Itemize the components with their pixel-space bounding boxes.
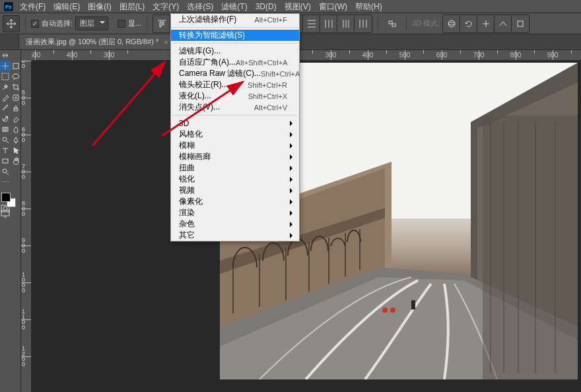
- filter-menu-item[interactable]: 锐化: [171, 174, 299, 185]
- separator: [25, 16, 26, 31]
- history-brush-tool-icon[interactable]: [0, 114, 11, 124]
- autoselect-dropdown[interactable]: 图层: [75, 16, 108, 30]
- svg-point-31: [390, 308, 395, 313]
- eraser-tool-icon[interactable]: [11, 114, 21, 124]
- filter-menu-item-label: 模糊画廊: [179, 151, 211, 162]
- empty: [11, 50, 21, 61]
- ruler-tick-label: 700: [473, 51, 485, 59]
- ruler-tick-label: 400: [67, 51, 78, 59]
- path-select-tool-icon[interactable]: [11, 145, 21, 156]
- filter-menu-item-label: 镜头校正(R)...: [179, 79, 228, 90]
- lasso-tool-icon[interactable]: [11, 71, 21, 82]
- svg-point-3: [448, 20, 455, 27]
- filter-menu-item[interactable]: 模糊画廊: [171, 151, 299, 162]
- filter-menu-item[interactable]: 3D: [171, 117, 299, 129]
- crop-tool-icon[interactable]: [11, 82, 21, 92]
- filter-menu-item-label: 模糊: [179, 140, 195, 151]
- filter-menu-item[interactable]: 视频: [171, 185, 299, 196]
- menu-help[interactable]: 帮助(H): [351, 0, 386, 13]
- menu-select[interactable]: 选择(S): [183, 0, 217, 13]
- menu-type[interactable]: 文字(Y): [149, 0, 183, 13]
- menu-layer[interactable]: 图层(L): [116, 0, 149, 13]
- 3d-mode-group: [442, 15, 530, 33]
- zoom-tool-icon[interactable]: [0, 166, 11, 177]
- pen-tool-icon[interactable]: [11, 135, 21, 145]
- ruler-tick-label: 9 0 0: [22, 238, 25, 253]
- brush-tool-icon[interactable]: [0, 103, 11, 114]
- screenmode-icon[interactable]: [0, 209, 11, 219]
- type-tool-icon[interactable]: [0, 145, 11, 156]
- svg-rect-11: [3, 159, 8, 163]
- filter-menu-item[interactable]: 风格化: [171, 129, 299, 140]
- menu-view[interactable]: 视图(V): [281, 0, 315, 13]
- filter-menu-item[interactable]: 其它: [171, 230, 299, 241]
- 3d-scale-icon[interactable]: [512, 15, 529, 32]
- svg-rect-24: [483, 115, 578, 379]
- filter-menu-item[interactable]: 像素化: [171, 196, 299, 207]
- clone-tool-icon[interactable]: [11, 103, 21, 114]
- wand-tool-icon[interactable]: [0, 82, 11, 92]
- rect-tool-icon[interactable]: [0, 156, 11, 166]
- edit-toolbar-icon[interactable]: ⋯: [0, 177, 11, 187]
- filter-menu-item-label: 像素化: [179, 196, 203, 207]
- close-icon[interactable]: ×: [164, 38, 168, 46]
- filter-menu-item-label: 视频: [179, 185, 195, 196]
- dodge-tool-icon[interactable]: [0, 135, 11, 145]
- align-top-icon[interactable]: [153, 15, 170, 32]
- filter-menu-item[interactable]: 自适应广角(A)...Alt+Shift+Ctrl+A: [171, 57, 299, 68]
- separator: [406, 16, 407, 31]
- menu-file[interactable]: 文件(F): [16, 0, 50, 13]
- dist-bottom-icon[interactable]: [303, 15, 320, 32]
- filter-menu-item[interactable]: 滤镜库(G)...: [171, 46, 299, 57]
- filter-menu-item-shortcut: Shift+Ctrl+A: [261, 70, 300, 78]
- autoselect-label: 自动选择:: [42, 18, 73, 28]
- filter-menu-item-shortcut: Shift+Ctrl+R: [248, 81, 287, 89]
- move-tool-icon[interactable]: [3, 15, 20, 32]
- document-tab[interactable]: 漫画效果.jpg @ 100% (图层 0, RGB/8#) * ×: [18, 34, 176, 49]
- filter-menu-item[interactable]: 转换为智能滤镜(S): [171, 30, 299, 41]
- filter-menu-item[interactable]: 上次滤镜操作(F)Alt+Ctrl+F: [171, 14, 299, 25]
- filter-menu-item[interactable]: 镜头校正(R)...Shift+Ctrl+R: [171, 79, 299, 90]
- filter-menu-item[interactable]: Camera Raw 滤镜(C)...Shift+Ctrl+A: [171, 68, 299, 79]
- ruler-tick-label: 8 0 0: [22, 201, 25, 216]
- fg-color-swatch[interactable]: [1, 193, 11, 202]
- canvas-area[interactable]: [32, 61, 581, 392]
- filter-menu-item-label: 自适应广角(A)...: [179, 57, 236, 68]
- filter-menu-item[interactable]: 杂色: [171, 218, 299, 230]
- menu-filter[interactable]: 滤镜(T): [217, 0, 251, 13]
- 3d-roll-icon[interactable]: [460, 15, 477, 32]
- filter-menu-item[interactable]: 扭曲: [171, 162, 299, 174]
- showtransform-checkbox[interactable]: [118, 20, 125, 28]
- color-swatches[interactable]: [0, 191, 21, 207]
- blur-tool-icon[interactable]: [11, 124, 21, 135]
- 3d-orbit-icon[interactable]: [443, 15, 460, 32]
- autoselect-checkbox[interactable]: [31, 20, 39, 28]
- filter-menu-item-shortcut: Alt+Shift+Ctrl+A: [236, 59, 288, 67]
- menu-separator: [172, 43, 298, 44]
- dist-hcenter-icon[interactable]: [337, 15, 355, 32]
- auto-align-icon[interactable]: [384, 15, 401, 32]
- filter-menu-item[interactable]: 模糊: [171, 140, 299, 151]
- 3d-pan-icon[interactable]: [477, 15, 495, 32]
- expand-handle-icon[interactable]: [0, 50, 11, 61]
- showtransform-label: 显...: [128, 18, 141, 28]
- svg-point-4: [448, 22, 455, 25]
- hand-tool-icon[interactable]: [11, 156, 21, 166]
- filter-menu-item[interactable]: 消失点(V)...Alt+Ctrl+V: [171, 102, 299, 113]
- gradient-tool-icon[interactable]: [0, 124, 11, 135]
- move-tool-icon[interactable]: [0, 61, 11, 71]
- menu-3d[interactable]: 3D(D): [252, 0, 281, 13]
- dist-right-icon[interactable]: [355, 15, 372, 32]
- menu-window[interactable]: 窗口(W): [315, 0, 351, 13]
- filter-menu-item[interactable]: 渲染: [171, 207, 299, 218]
- marquee-tool-icon[interactable]: [0, 71, 11, 82]
- artboard-tool-icon[interactable]: [11, 61, 21, 71]
- filter-menu-item-shortcut: Shift+Ctrl+X: [248, 92, 287, 100]
- eyedropper-tool-icon[interactable]: [0, 92, 11, 103]
- filter-menu-item[interactable]: 液化(L)...Shift+Ctrl+X: [171, 90, 299, 102]
- spot-heal-tool-icon[interactable]: [11, 92, 21, 103]
- 3d-slide-icon[interactable]: [495, 15, 512, 32]
- dist-left-icon[interactable]: [320, 15, 337, 32]
- menu-image[interactable]: 图像(I): [84, 0, 115, 13]
- menu-edit[interactable]: 编辑(E): [50, 0, 84, 13]
